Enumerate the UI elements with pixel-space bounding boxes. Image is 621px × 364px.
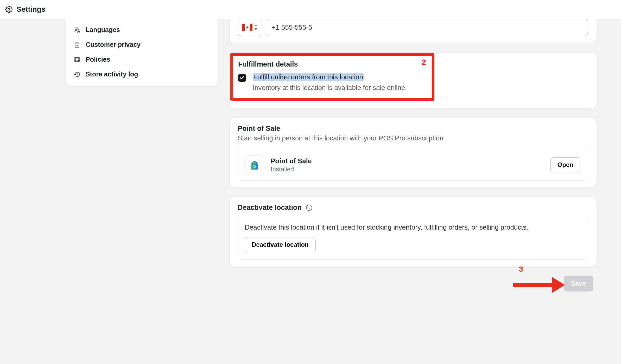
- annotation-number-2: 2: [422, 58, 426, 67]
- annotation-arrow: [513, 277, 565, 293]
- sidebar-item-languages[interactable]: Languages: [71, 22, 212, 37]
- svg-text:S: S: [253, 164, 256, 168]
- open-pos-button[interactable]: Open: [550, 157, 580, 172]
- languages-icon: [74, 27, 80, 33]
- sidebar-item-store-activity-log[interactable]: Store activity log: [71, 67, 212, 82]
- gear-icon: [5, 6, 12, 13]
- pos-app-icon-tile: S: [245, 155, 264, 174]
- fulfillment-heading: Fulfillment details: [238, 60, 427, 68]
- annotation-highlight-2: 2 Fulfillment details Fulfill online ord…: [230, 53, 434, 101]
- deactivate-heading: Deactivate location: [238, 204, 302, 212]
- chevron-updown-icon: [254, 24, 258, 30]
- main-content: 2 Fulfillment details Fulfill online ord…: [230, 19, 596, 291]
- info-icon[interactable]: [306, 204, 313, 211]
- sidebar-item-policies[interactable]: Policies: [71, 52, 212, 67]
- sidebar-item-label: Policies: [86, 56, 110, 63]
- fulfill-online-sublabel: Inventory at this location is available …: [253, 84, 407, 92]
- fulfillment-card: 2 Fulfillment details Fulfill online ord…: [230, 52, 596, 109]
- pos-heading: Point of Sale: [238, 125, 588, 133]
- settings-header: Settings: [0, 0, 621, 19]
- save-row: 3 Save: [230, 276, 596, 291]
- pos-app-name: Point of Sale: [271, 157, 544, 165]
- sidebar-item-label: Languages: [86, 26, 120, 34]
- pos-app-row: S Point of Sale Installed Open: [238, 149, 588, 181]
- country-code-select[interactable]: [238, 19, 262, 36]
- phone-card: [230, 19, 596, 43]
- pos-app-status: Installed: [271, 166, 544, 173]
- sidebar-item-label: Store activity log: [86, 70, 138, 78]
- annotation-number-3: 3: [519, 265, 523, 274]
- fulfill-online-label: Fulfill online orders from this location: [253, 73, 364, 81]
- fulfill-online-checkbox[interactable]: [238, 74, 246, 82]
- deactivate-card: Deactivate location Deactivate this loca…: [230, 197, 596, 267]
- pos-card: Point of Sale Start selling in person at…: [230, 118, 596, 188]
- deactivate-inner: Deactivate this location if it isn't use…: [238, 217, 588, 260]
- phone-input[interactable]: [266, 19, 588, 36]
- deactivate-description: Deactivate this location if it isn't use…: [245, 223, 581, 231]
- lock-icon: [74, 41, 80, 48]
- check-icon: [239, 75, 245, 80]
- pos-description: Start selling in person at this location…: [238, 134, 588, 142]
- sidebar-item-label: Customer privacy: [86, 41, 141, 48]
- policies-icon: [74, 56, 80, 63]
- deactivate-location-button[interactable]: Deactivate location: [245, 237, 316, 252]
- sidebar-item-customer-privacy[interactable]: Customer privacy: [71, 37, 212, 52]
- activity-log-icon: [74, 71, 80, 78]
- svg-point-0: [8, 9, 10, 10]
- save-button[interactable]: Save: [564, 276, 593, 291]
- shopping-bag-icon: S: [249, 159, 260, 171]
- page-title: Settings: [17, 5, 45, 14]
- canada-flag-icon: [242, 24, 252, 31]
- settings-sidebar: Languages Customer privacy Policies Stor…: [66, 19, 217, 87]
